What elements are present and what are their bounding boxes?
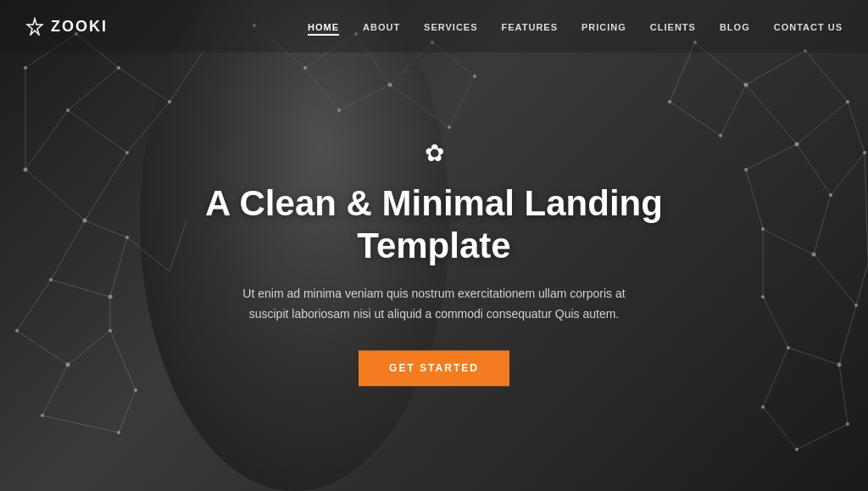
svg-point-86	[719, 134, 722, 137]
nav-link-pricing[interactable]: PRICING	[581, 22, 626, 32]
svg-point-33	[49, 278, 53, 282]
svg-point-73	[829, 193, 832, 197]
svg-line-50	[814, 195, 831, 254]
svg-point-74	[863, 151, 866, 154]
navbar: ZOOKI HOME ABOUT SERVICES FEATURES PRICI…	[0, 0, 868, 53]
pinwheel-icon: ✿	[180, 139, 688, 167]
svg-point-76	[761, 227, 765, 231]
svg-line-67	[721, 85, 746, 136]
svg-point-80	[787, 346, 790, 349]
nav-item-clients[interactable]: CLIENTS	[650, 19, 696, 34]
svg-line-95	[390, 85, 449, 127]
svg-point-36	[15, 329, 19, 332]
svg-line-3	[25, 170, 85, 220]
svg-line-1	[68, 110, 127, 153]
svg-point-78	[854, 304, 858, 307]
svg-line-13	[85, 220, 127, 237]
svg-line-19	[42, 416, 119, 432]
svg-marker-104	[27, 19, 42, 35]
nav-link-features[interactable]: FEATURES	[502, 22, 558, 32]
svg-point-97	[303, 66, 307, 70]
svg-point-25	[24, 168, 28, 172]
svg-line-14	[17, 280, 51, 331]
svg-point-34	[108, 295, 113, 299]
svg-line-55	[856, 263, 868, 305]
svg-point-27	[125, 151, 129, 154]
nav-item-services[interactable]: SERVICES	[424, 19, 477, 34]
svg-line-16	[68, 331, 110, 365]
svg-line-59	[763, 297, 788, 348]
hero-content: ✿ A Clean & Minimal Landing Template Ut …	[180, 139, 688, 386]
svg-point-35	[125, 236, 129, 239]
nav-item-blog[interactable]: BLOG	[720, 19, 750, 34]
svg-point-28	[83, 219, 87, 223]
svg-point-99	[388, 83, 392, 87]
nav-item-about[interactable]: ABOUT	[363, 19, 400, 34]
svg-line-90	[339, 85, 390, 110]
brand-logo[interactable]: ZOOKI	[25, 17, 108, 36]
svg-point-26	[66, 109, 70, 112]
svg-line-20	[119, 390, 136, 432]
nav-link-home[interactable]: HOME	[308, 22, 339, 36]
hero-section: ZOOKI HOME ABOUT SERVICES FEATURES PRICI…	[0, 0, 868, 491]
nav-link-blog[interactable]: BLOG	[720, 22, 750, 32]
svg-line-2	[85, 153, 127, 220]
svg-point-37	[66, 363, 70, 367]
svg-line-22	[170, 51, 203, 102]
svg-line-61	[839, 365, 848, 424]
svg-line-53	[746, 144, 797, 170]
nav-link-contact[interactable]: CONTACT US	[774, 22, 843, 32]
svg-point-83	[795, 448, 798, 451]
svg-line-15	[17, 331, 68, 365]
nav-link-services[interactable]: SERVICES	[424, 22, 477, 32]
svg-line-62	[797, 424, 848, 449]
svg-point-79	[837, 363, 842, 367]
nav-link-about[interactable]: ABOUT	[363, 22, 400, 32]
nav-link-clients[interactable]: CLIENTS	[650, 22, 696, 32]
svg-line-56	[865, 153, 868, 263]
svg-line-48	[831, 153, 865, 195]
svg-line-23	[127, 237, 170, 271]
svg-line-64	[763, 348, 788, 407]
hero-title: A Clean & Minimal Landing Template	[180, 182, 688, 268]
svg-line-43	[746, 51, 805, 85]
svg-point-41	[134, 388, 137, 392]
get-started-button[interactable]: GET STARTED	[359, 350, 509, 386]
svg-point-77	[744, 168, 748, 171]
brand-name: ZOOKI	[51, 18, 108, 36]
svg-line-54	[814, 254, 856, 305]
svg-point-69	[744, 83, 748, 87]
svg-line-0	[25, 110, 68, 170]
svg-point-32	[24, 66, 27, 70]
svg-line-66	[670, 102, 721, 136]
svg-line-11	[51, 280, 110, 297]
svg-line-58	[788, 348, 839, 365]
svg-line-10	[51, 220, 85, 280]
svg-line-5	[119, 68, 170, 102]
svg-point-84	[761, 405, 765, 409]
svg-point-75	[812, 253, 816, 257]
svg-point-102	[473, 75, 476, 78]
svg-line-12	[110, 237, 127, 297]
svg-point-103	[448, 126, 451, 129]
svg-point-30	[168, 100, 171, 103]
logo-icon	[25, 17, 44, 36]
svg-line-52	[746, 170, 763, 229]
svg-point-38	[108, 329, 112, 332]
nav-item-features[interactable]: FEATURES	[502, 19, 558, 34]
svg-line-44	[805, 51, 848, 102]
svg-line-57	[839, 305, 856, 365]
nav-item-home[interactable]: HOME	[308, 19, 339, 34]
svg-line-47	[797, 144, 831, 195]
nav-item-contact[interactable]: CONTACT US	[774, 19, 843, 34]
svg-line-6	[127, 102, 170, 153]
svg-line-49	[848, 102, 865, 153]
svg-line-94	[449, 76, 475, 127]
svg-point-100	[337, 109, 341, 112]
svg-point-29	[117, 66, 120, 70]
svg-point-40	[117, 431, 120, 434]
svg-point-81	[761, 295, 765, 299]
svg-point-72	[795, 142, 799, 147]
nav-item-pricing[interactable]: PRICING	[581, 19, 626, 34]
svg-point-82	[846, 422, 849, 426]
